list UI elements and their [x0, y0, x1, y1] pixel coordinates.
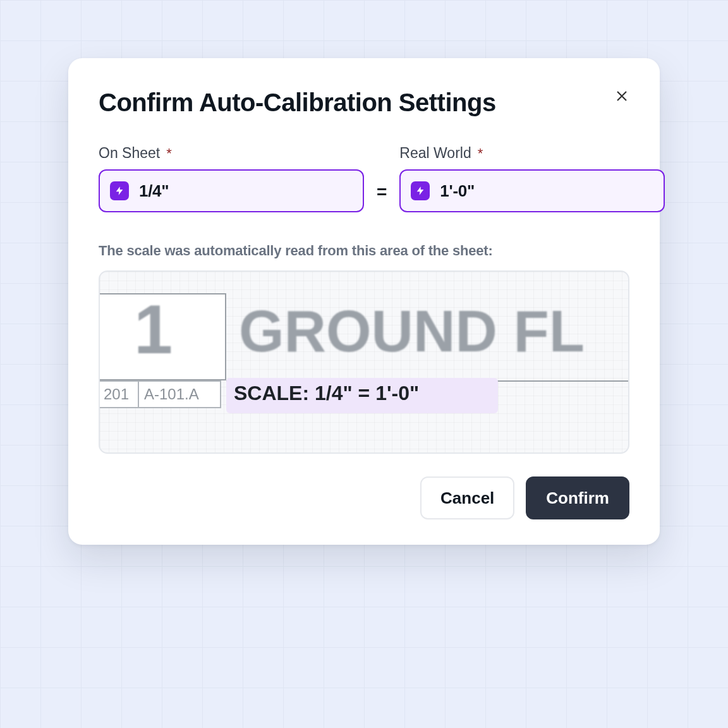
- real-world-field: Real World *: [399, 145, 665, 212]
- bolt-icon: [411, 181, 430, 200]
- cancel-button[interactable]: Cancel: [420, 476, 514, 519]
- on-sheet-field: On Sheet *: [99, 145, 364, 212]
- sheet-big-title: GROUND FL: [239, 298, 585, 365]
- sheet-preview: 1 GROUND FL 201 A-101.A SCALE: 1/4" = 1'…: [99, 270, 629, 454]
- real-world-label: Real World *: [399, 145, 665, 162]
- detected-scale-text: SCALE: 1/4" = 1'-0": [234, 382, 419, 405]
- on-sheet-label: On Sheet *: [99, 145, 364, 162]
- real-world-input[interactable]: [439, 181, 653, 202]
- dialog-actions: Cancel Confirm: [99, 476, 629, 519]
- real-world-input-wrap[interactable]: [399, 169, 665, 212]
- on-sheet-label-text: On Sheet: [99, 145, 160, 162]
- sheet-big-number: 1: [134, 294, 171, 364]
- preview-caption: The scale was automatically read from th…: [99, 243, 629, 259]
- bolt-icon: [110, 181, 129, 200]
- titleblock-cell-1: 201: [100, 380, 139, 408]
- confirm-button[interactable]: Confirm: [526, 476, 629, 519]
- required-asterisk: *: [166, 147, 172, 161]
- on-sheet-input-wrap[interactable]: [99, 169, 364, 212]
- required-asterisk: *: [478, 147, 483, 161]
- titleblock-cells: 201 A-101.A: [100, 380, 221, 408]
- dialog-title: Confirm Auto-Calibration Settings: [99, 88, 496, 117]
- close-button[interactable]: [610, 85, 633, 107]
- equals-sign: =: [375, 182, 388, 212]
- real-world-label-text: Real World: [399, 145, 471, 162]
- titleblock-cell-2: A-101.A: [139, 380, 221, 408]
- on-sheet-input[interactable]: [138, 181, 353, 202]
- auto-calibration-dialog: Confirm Auto-Calibration Settings On She…: [68, 58, 660, 545]
- scale-fields-row: On Sheet * = Real World *: [99, 145, 629, 212]
- dialog-header: Confirm Auto-Calibration Settings: [99, 88, 629, 117]
- close-icon: [614, 88, 629, 104]
- sheet-preview-inner: 1 GROUND FL 201 A-101.A SCALE: 1/4" = 1'…: [100, 272, 628, 452]
